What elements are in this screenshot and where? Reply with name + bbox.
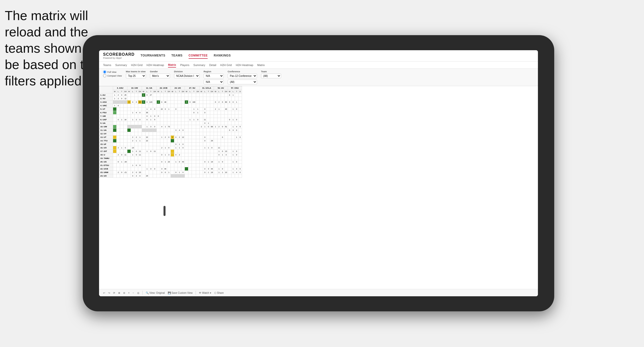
matrix-cell (113, 153, 117, 157)
matrix-cell (117, 157, 120, 160)
matrix-cell: 5 (153, 118, 156, 122)
matrix-cell: 25 (124, 93, 127, 97)
matrix-cell: 1 (217, 150, 221, 153)
sub-nav-h2h-heatmap2[interactable]: H2H Heatmap (236, 63, 253, 67)
table-row: 9. UA01 (99, 122, 242, 125)
tablet-side-button (164, 206, 166, 216)
nav-teams[interactable]: TEAMS (171, 53, 183, 59)
matrix-cell (156, 104, 160, 107)
region-select[interactable]: N/A (204, 74, 224, 78)
team-filter: Team (All) (261, 70, 281, 78)
undo-button[interactable]: ↩ (103, 292, 105, 294)
share-button[interactable]: ⬡ Share (214, 292, 224, 294)
matrix-cell: 1 (131, 164, 135, 167)
conference-select[interactable]: Pac-12 Conference (228, 74, 257, 78)
matrix-cell (138, 129, 142, 132)
matrix-cell (138, 132, 142, 136)
matrix-cell (185, 146, 188, 150)
sub-nav-h2h-grid2[interactable]: H2H Grid (220, 63, 232, 67)
logo: SCOREBOARD Powered by clippd (103, 52, 135, 59)
matrix-cell (224, 118, 228, 122)
matrix-cell: 1 (207, 160, 210, 164)
matrix-cell (149, 132, 153, 136)
matrix-cell (145, 122, 149, 125)
matrix-cell (224, 111, 228, 114)
matrix-cell (153, 139, 156, 143)
sub-nav-summary2[interactable]: Summary (193, 63, 205, 67)
row-label: 20. UG (99, 160, 113, 164)
save-custom-view-button[interactable]: 💾 Save Custom View (168, 292, 193, 294)
nav-rankings[interactable]: RANKINGS (214, 53, 231, 59)
matrix-cell (188, 111, 192, 114)
matrix-cell (203, 174, 207, 178)
matrix-cell (127, 122, 131, 125)
nav-tournaments[interactable]: TOURNAMENTS (141, 53, 166, 59)
row-label: 7. UM (99, 114, 113, 118)
matrix-cell (181, 167, 185, 171)
table-row: 24. UO02029 (99, 174, 242, 178)
matrix-cell (171, 100, 174, 104)
zoom-in-button[interactable]: ⊕ (118, 292, 120, 294)
matrix-cell (200, 118, 203, 122)
team-select[interactable]: (All) (261, 74, 281, 78)
sub-nav-teams[interactable]: Teams (103, 63, 111, 67)
matrix-cell (145, 146, 149, 150)
zoom-out-button[interactable]: ⊖ (123, 292, 125, 294)
matrix-cell (224, 97, 228, 100)
matrix-cell (117, 122, 120, 125)
matrix-area[interactable]: 3. ASU 10. UW 11. UA 22. UCB 24. UO 27. … (99, 86, 538, 289)
region-select2[interactable]: N/A (204, 80, 224, 84)
matrix-cell (185, 118, 188, 122)
matrix-cell: 4 (178, 129, 181, 132)
matrix-cell (138, 143, 142, 146)
matrix-cell (124, 164, 127, 167)
watch-button[interactable]: 👁 Watch ▾ (199, 292, 211, 294)
sub-nav-detail[interactable]: Detail (209, 63, 216, 67)
matrix-cell (178, 125, 181, 129)
matrix-cell (238, 93, 242, 97)
matrix-cell (142, 153, 145, 157)
matrix-cell (174, 104, 178, 107)
sub-nav-matrix2[interactable]: Matrix (257, 63, 265, 67)
matrix-cell (221, 97, 224, 100)
matrix-cell (185, 125, 188, 129)
matrix-cell: 0 (138, 118, 142, 122)
row-label: 6. FSU (99, 111, 113, 114)
nav-committee[interactable]: COMMITTEE (189, 53, 208, 59)
matrix-cell (210, 122, 214, 125)
compact-view-radio[interactable]: Compact View (103, 74, 122, 77)
matrix-cell (167, 104, 171, 107)
settings-button[interactable]: ◎ (137, 292, 139, 294)
matrix-cell (149, 160, 153, 164)
max-teams-select[interactable]: Top 25 (126, 74, 146, 78)
sub-nav-players[interactable]: Players (180, 63, 189, 67)
full-view-radio[interactable]: Full View (103, 70, 122, 74)
refresh-button[interactable]: ⟳ (113, 292, 115, 294)
matrix-cell: 1 (231, 150, 235, 153)
matrix-cell: 1 (217, 160, 221, 164)
redo-button[interactable]: ↪ (108, 292, 110, 294)
matrix-cell: 0 (235, 118, 238, 122)
matrix-cell (174, 118, 178, 122)
matrix-cell (124, 104, 127, 107)
matrix-cell: 0 (203, 160, 207, 164)
matrix-cell (221, 139, 224, 143)
plus-button[interactable]: + (128, 292, 130, 294)
matrix-cell (231, 114, 235, 118)
matrix-cell: 0 (160, 160, 164, 164)
sub-nav-h2h-heatmap[interactable]: H2H Heatmap (146, 63, 164, 67)
view-original-button[interactable]: 🔍 View: Original (146, 292, 165, 294)
sub-nav-summary[interactable]: Summary (115, 63, 127, 67)
sub-nav-h2h-grid[interactable]: H2H Grid (131, 63, 142, 67)
minus-button[interactable]: − (133, 292, 134, 294)
matrix-cell (224, 139, 228, 143)
matrix-cell (214, 174, 217, 178)
matrix-cell (207, 114, 210, 118)
conference-select2[interactable]: (All) (228, 80, 257, 84)
gender-select[interactable]: Men's (150, 74, 170, 78)
matrix-cell: 0 (238, 136, 242, 139)
division-select[interactable]: NCAA Division I (174, 74, 200, 78)
matrix-cell (200, 114, 203, 118)
sub-nav-matrix[interactable]: Matrix (168, 63, 176, 68)
matrix-cell (200, 143, 203, 146)
